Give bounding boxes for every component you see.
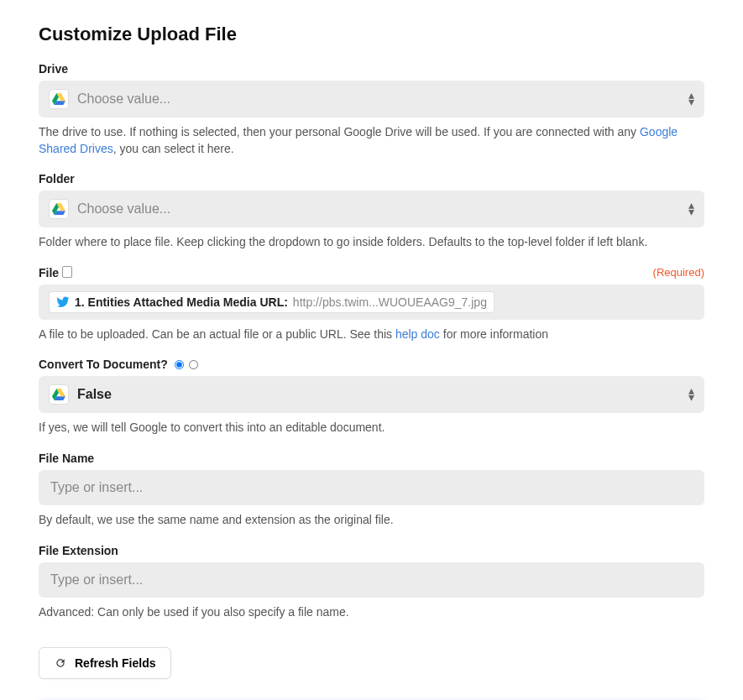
field-filename: File Name By default, we use the same na…: [39, 452, 704, 529]
file-pill-label: 1. Entities Attached Media Media URL:: [75, 295, 288, 309]
folder-select[interactable]: Choose value... ▴▾: [39, 191, 704, 227]
convert-label: Convert To Document?: [39, 358, 168, 371]
folder-placeholder: Choose value...: [77, 201, 170, 217]
field-extension: File Extension Advanced: Can only be use…: [39, 544, 704, 621]
convert-select[interactable]: False ▴▾: [39, 376, 704, 413]
drive-placeholder: Choose value...: [77, 91, 170, 107]
filename-input[interactable]: [39, 470, 704, 505]
required-badge: (Required): [653, 266, 704, 279]
copy-icon: [64, 268, 72, 278]
refresh-icon: [55, 657, 66, 669]
drive-select[interactable]: Choose value... ▴▾: [39, 81, 704, 118]
file-input[interactable]: 1. Entities Attached Media Media URL: ht…: [39, 285, 704, 320]
page-title: Customize Upload File: [39, 24, 704, 45]
file-pill-url: http://pbs.twim...WUOUEAAG9_7.jpg: [293, 295, 487, 309]
field-folder: Folder Choose value... ▴▾ Folder where t…: [39, 172, 704, 251]
drive-help: The drive to use. If nothing is selected…: [39, 124, 704, 157]
extension-input[interactable]: [39, 562, 704, 598]
filename-label: File Name: [39, 452, 704, 465]
google-drive-icon: [49, 89, 69, 109]
google-drive-icon: [49, 384, 69, 405]
chevron-sort-icon: ▴▾: [688, 92, 694, 105]
convert-radio-true[interactable]: [175, 360, 184, 369]
extension-label: File Extension: [39, 544, 704, 557]
folder-label: Folder: [39, 172, 704, 185]
file-help: A file to be uploaded. Can be an actual …: [39, 326, 704, 343]
twitter-icon: [56, 295, 70, 309]
field-file: File (Required) 1. Entities Attached Med…: [39, 266, 704, 343]
field-convert: Convert To Document? False ▴▾ If yes, we…: [39, 358, 704, 436]
file-label: File: [39, 266, 59, 279]
google-drive-icon: [49, 199, 69, 219]
chevron-sort-icon: ▴▾: [688, 389, 694, 401]
chevron-sort-icon: ▴▾: [688, 203, 694, 216]
refresh-fields-button[interactable]: Refresh Fields: [39, 647, 171, 679]
folder-help: Folder where to place file. Keep clickin…: [39, 234, 704, 251]
filename-help: By default, we use the same name and ext…: [39, 512, 704, 529]
file-value-pill: 1. Entities Attached Media Media URL: ht…: [49, 291, 494, 313]
help-doc-link[interactable]: help doc: [395, 327, 440, 341]
drive-label: Drive: [39, 62, 704, 76]
convert-help: If yes, we will tell Google to convert t…: [39, 420, 704, 436]
convert-value: False: [77, 387, 112, 402]
extension-help: Advanced: Can only be used if you also s…: [39, 604, 704, 621]
field-drive: Drive Choose value... ▴▾ The drive to us…: [39, 62, 704, 157]
convert-radio-false[interactable]: [189, 360, 198, 369]
